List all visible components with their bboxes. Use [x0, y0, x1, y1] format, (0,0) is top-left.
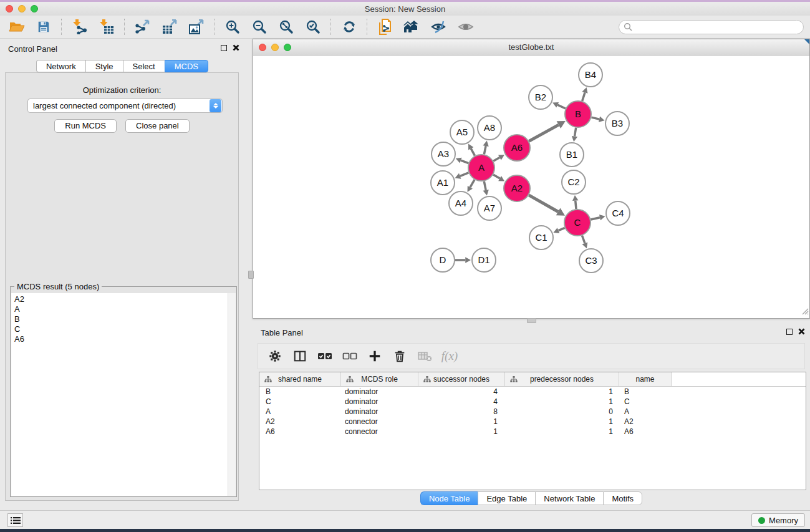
network-canvas[interactable]: A5A8A3A1A4A7AA6A2BB2B4B3B1C2CC4C1C3DD1 [253, 56, 809, 318]
show-column-button[interactable] [291, 347, 309, 365]
zoom-fit-button[interactable] [274, 17, 297, 37]
graph-node-B4[interactable]: B4 [579, 63, 602, 87]
mcds-result-item[interactable]: A [14, 304, 228, 314]
hide-panels-button[interactable] [427, 17, 450, 37]
export-network-button[interactable] [131, 17, 154, 37]
tab-mcds[interactable]: MCDS [165, 60, 208, 72]
graph-edge-A-A1[interactable] [455, 173, 469, 179]
tab-network-table[interactable]: Network Table [535, 491, 603, 505]
close-panel-button[interactable]: Close panel [125, 119, 190, 133]
graph-edge-A-A6[interactable] [493, 155, 504, 161]
mcds-result-item[interactable]: A2 [14, 294, 228, 304]
close-table-panel-icon[interactable] [798, 328, 805, 335]
graph-node-A1[interactable]: A1 [431, 171, 455, 195]
search-input[interactable] [619, 20, 804, 34]
graph-node-C2[interactable]: C2 [562, 170, 586, 194]
run-mcds-button[interactable]: Run MCDS [54, 119, 117, 133]
graph-edge-B-B1[interactable] [572, 128, 577, 142]
column-header-name[interactable]: name [619, 372, 672, 386]
tab-node-table[interactable]: Node Table [420, 491, 478, 505]
open-session-button[interactable] [5, 17, 28, 37]
graph-edge-B-B4[interactable] [582, 87, 587, 101]
float-table-panel-icon[interactable] [786, 329, 793, 335]
close-panel-icon[interactable] [233, 44, 239, 51]
graph-edge-A-A2[interactable] [493, 175, 504, 181]
graph-node-B3[interactable]: B3 [605, 112, 629, 135]
graph-edge-A-A8[interactable] [483, 141, 488, 155]
graph-edge-D-D1[interactable] [455, 257, 471, 263]
graph-node-C3[interactable]: C3 [579, 249, 603, 273]
deselect-all-columns-button[interactable] [340, 347, 359, 365]
delete-columns-button[interactable] [390, 347, 409, 365]
clone-network-button[interactable] [374, 17, 397, 37]
home-button[interactable] [400, 17, 423, 37]
column-header-shared-name[interactable]: shared name [259, 372, 341, 386]
tab-motifs[interactable]: Motifs [603, 491, 642, 505]
refresh-button[interactable] [337, 17, 360, 37]
result-scrollbar-track[interactable] [228, 293, 236, 496]
table-row[interactable]: Bdominator41B [259, 387, 806, 397]
graph-node-D1[interactable]: D1 [472, 248, 496, 272]
network-window-titlebar[interactable]: testGlobe.txt [253, 39, 809, 56]
import-table-button[interactable] [95, 17, 118, 37]
table-row[interactable]: A6connector11A6 [259, 427, 806, 437]
panel-divider-handle[interactable] [248, 271, 254, 279]
graph-edge-A-A5[interactable] [468, 143, 475, 155]
graph-edge-C-C4[interactable] [591, 215, 605, 220]
mcds-result-item[interactable]: C [14, 324, 228, 334]
graph-edge-B-B3[interactable] [591, 117, 604, 122]
graph-node-C1[interactable]: C1 [529, 226, 553, 249]
memory-button[interactable]: Memory [751, 513, 805, 527]
graph-edge-A-A4[interactable] [468, 180, 475, 192]
graph-node-B1[interactable]: B1 [560, 143, 584, 167]
table-settings-button[interactable] [266, 347, 284, 365]
import-network-button[interactable] [68, 17, 91, 37]
optimization-criterion-dropdown[interactable]: largest connected component (directed) [27, 99, 223, 113]
graph-edge-C-C3[interactable] [582, 236, 587, 249]
graph-node-A5[interactable]: A5 [450, 120, 474, 144]
graph-node-C[interactable]: C [564, 210, 591, 236]
select-all-columns-button[interactable] [316, 347, 334, 365]
graph-node-B2[interactable]: B2 [529, 85, 552, 109]
graph-edge-C-C1[interactable] [553, 228, 564, 233]
export-table-button[interactable] [158, 17, 181, 37]
tab-edge-table[interactable]: Edge Table [478, 491, 535, 505]
zoom-in-button[interactable] [221, 17, 244, 37]
column-header-successor-nodes[interactable]: successor nodes [418, 372, 505, 386]
graph-node-A7[interactable]: A7 [478, 196, 501, 220]
save-session-button[interactable] [32, 17, 55, 37]
column-header-predecessor-nodes[interactable]: predecessor nodes [505, 372, 619, 386]
graph-edge-A-A3[interactable] [456, 158, 469, 163]
show-panels-list-button[interactable] [7, 513, 23, 527]
graph-node-B[interactable]: B [565, 101, 591, 127]
table-row[interactable]: A2connector11A2 [259, 417, 806, 427]
graph-edge-C-C2[interactable] [572, 195, 578, 209]
resize-grip-icon[interactable] [800, 306, 809, 317]
show-hide-eye-button[interactable] [454, 17, 477, 37]
tab-network[interactable]: Network [36, 60, 85, 72]
graph-node-A8[interactable]: A8 [478, 116, 501, 140]
export-image-button[interactable] [185, 17, 208, 37]
graph-node-A2[interactable]: A2 [504, 175, 530, 201]
graph-edge-B-B2[interactable] [552, 102, 566, 109]
zoom-out-button[interactable] [248, 17, 271, 37]
table-row[interactable]: Adominator80A [259, 407, 806, 417]
mcds-result-list[interactable]: A2ABCA6 [11, 293, 228, 496]
float-panel-icon[interactable] [221, 45, 227, 51]
graph-edge-A6-B[interactable] [529, 121, 566, 141]
mcds-result-item[interactable]: A6 [14, 334, 228, 344]
tab-select[interactable]: Select [123, 60, 165, 72]
tab-style[interactable]: Style [85, 60, 123, 72]
graph-node-A3[interactable]: A3 [432, 142, 455, 166]
create-column-button[interactable] [365, 347, 384, 365]
graph-edge-A-A7[interactable] [483, 181, 489, 196]
graph-node-A4[interactable]: A4 [449, 191, 473, 215]
zoom-selected-button[interactable] [301, 17, 324, 37]
graph-node-A6[interactable]: A6 [504, 135, 530, 161]
graph-node-C4[interactable]: C4 [606, 201, 630, 225]
graph-edge-A2-C[interactable] [529, 195, 565, 216]
mcds-result-item[interactable]: B [14, 314, 228, 324]
column-header-mcds-role[interactable]: MCDS role [341, 372, 418, 386]
table-row[interactable]: Cdominator41C [259, 397, 806, 407]
split-divider-handle[interactable] [527, 318, 536, 323]
